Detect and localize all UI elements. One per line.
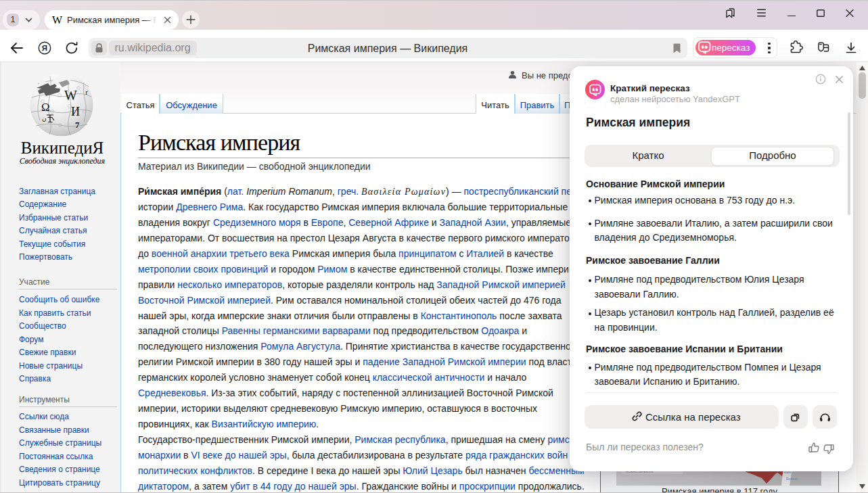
svg-text:И: И (71, 105, 80, 118)
svg-text:Я: Я (42, 44, 47, 52)
svg-text:Rubrum: Rubrum (786, 477, 798, 481)
svg-text:7: 7 (75, 120, 80, 130)
svg-text:ґ: ґ (85, 88, 88, 96)
svg-text:ن: ن (42, 115, 47, 122)
svg-text:W: W (64, 88, 77, 103)
svg-text:Ω: Ω (41, 101, 50, 114)
